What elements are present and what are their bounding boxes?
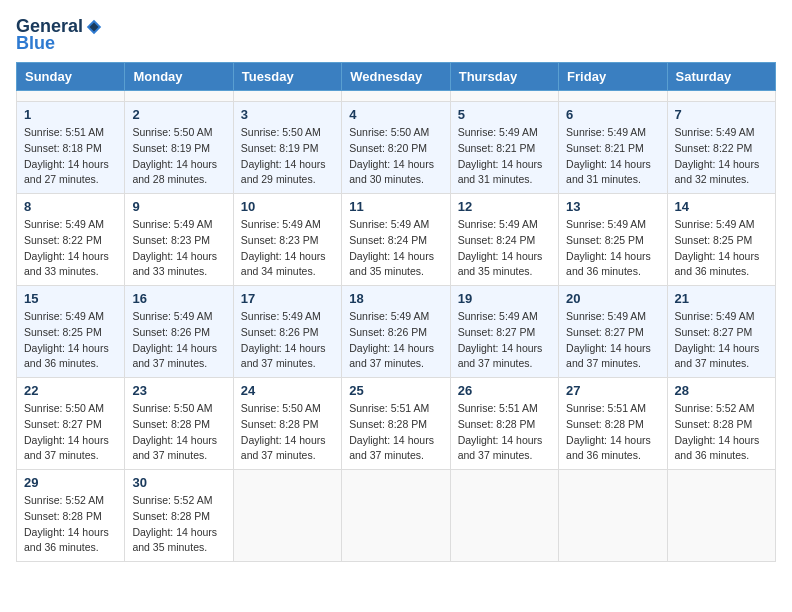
table-cell: 25Sunrise: 5:51 AMSunset: 8:28 PMDayligh… bbox=[342, 378, 450, 470]
calendar-table: Sunday Monday Tuesday Wednesday Thursday… bbox=[16, 62, 776, 562]
day-info: Sunrise: 5:49 AMSunset: 8:24 PMDaylight:… bbox=[458, 217, 551, 280]
day-info: Sunrise: 5:49 AMSunset: 8:25 PMDaylight:… bbox=[675, 217, 768, 280]
table-cell: 3Sunrise: 5:50 AMSunset: 8:19 PMDaylight… bbox=[233, 102, 341, 194]
table-cell: 22Sunrise: 5:50 AMSunset: 8:27 PMDayligh… bbox=[17, 378, 125, 470]
table-cell: 29Sunrise: 5:52 AMSunset: 8:28 PMDayligh… bbox=[17, 470, 125, 562]
table-cell: 17Sunrise: 5:49 AMSunset: 8:26 PMDayligh… bbox=[233, 286, 341, 378]
calendar-week-row: 15Sunrise: 5:49 AMSunset: 8:25 PMDayligh… bbox=[17, 286, 776, 378]
table-cell: 24Sunrise: 5:50 AMSunset: 8:28 PMDayligh… bbox=[233, 378, 341, 470]
day-number: 19 bbox=[458, 291, 551, 306]
day-number: 16 bbox=[132, 291, 225, 306]
day-number: 8 bbox=[24, 199, 117, 214]
day-info: Sunrise: 5:49 AMSunset: 8:25 PMDaylight:… bbox=[24, 309, 117, 372]
col-saturday: Saturday bbox=[667, 63, 775, 91]
day-info: Sunrise: 5:49 AMSunset: 8:23 PMDaylight:… bbox=[241, 217, 334, 280]
day-number: 29 bbox=[24, 475, 117, 490]
day-info: Sunrise: 5:49 AMSunset: 8:25 PMDaylight:… bbox=[566, 217, 659, 280]
calendar-week-row: 22Sunrise: 5:50 AMSunset: 8:27 PMDayligh… bbox=[17, 378, 776, 470]
day-number: 6 bbox=[566, 107, 659, 122]
day-number: 20 bbox=[566, 291, 659, 306]
header: General Blue bbox=[16, 16, 776, 54]
day-info: Sunrise: 5:49 AMSunset: 8:21 PMDaylight:… bbox=[458, 125, 551, 188]
col-monday: Monday bbox=[125, 63, 233, 91]
day-info: Sunrise: 5:52 AMSunset: 8:28 PMDaylight:… bbox=[24, 493, 117, 556]
table-cell bbox=[667, 91, 775, 102]
table-cell: 16Sunrise: 5:49 AMSunset: 8:26 PMDayligh… bbox=[125, 286, 233, 378]
table-cell bbox=[342, 470, 450, 562]
day-info: Sunrise: 5:49 AMSunset: 8:27 PMDaylight:… bbox=[675, 309, 768, 372]
table-cell: 11Sunrise: 5:49 AMSunset: 8:24 PMDayligh… bbox=[342, 194, 450, 286]
day-number: 7 bbox=[675, 107, 768, 122]
table-cell bbox=[667, 470, 775, 562]
col-wednesday: Wednesday bbox=[342, 63, 450, 91]
day-number: 25 bbox=[349, 383, 442, 398]
table-cell: 26Sunrise: 5:51 AMSunset: 8:28 PMDayligh… bbox=[450, 378, 558, 470]
day-number: 22 bbox=[24, 383, 117, 398]
table-cell: 7Sunrise: 5:49 AMSunset: 8:22 PMDaylight… bbox=[667, 102, 775, 194]
table-cell: 10Sunrise: 5:49 AMSunset: 8:23 PMDayligh… bbox=[233, 194, 341, 286]
table-cell bbox=[450, 470, 558, 562]
day-number: 21 bbox=[675, 291, 768, 306]
table-cell: 1Sunrise: 5:51 AMSunset: 8:18 PMDaylight… bbox=[17, 102, 125, 194]
table-cell: 6Sunrise: 5:49 AMSunset: 8:21 PMDaylight… bbox=[559, 102, 667, 194]
day-info: Sunrise: 5:50 AMSunset: 8:28 PMDaylight:… bbox=[241, 401, 334, 464]
day-info: Sunrise: 5:50 AMSunset: 8:19 PMDaylight:… bbox=[241, 125, 334, 188]
day-number: 23 bbox=[132, 383, 225, 398]
day-number: 24 bbox=[241, 383, 334, 398]
table-cell: 5Sunrise: 5:49 AMSunset: 8:21 PMDaylight… bbox=[450, 102, 558, 194]
table-cell: 21Sunrise: 5:49 AMSunset: 8:27 PMDayligh… bbox=[667, 286, 775, 378]
day-number: 26 bbox=[458, 383, 551, 398]
table-cell bbox=[559, 91, 667, 102]
calendar-week-row bbox=[17, 91, 776, 102]
table-cell: 4Sunrise: 5:50 AMSunset: 8:20 PMDaylight… bbox=[342, 102, 450, 194]
day-number: 3 bbox=[241, 107, 334, 122]
day-info: Sunrise: 5:51 AMSunset: 8:28 PMDaylight:… bbox=[566, 401, 659, 464]
day-number: 27 bbox=[566, 383, 659, 398]
day-info: Sunrise: 5:50 AMSunset: 8:27 PMDaylight:… bbox=[24, 401, 117, 464]
day-info: Sunrise: 5:51 AMSunset: 8:18 PMDaylight:… bbox=[24, 125, 117, 188]
day-number: 30 bbox=[132, 475, 225, 490]
day-info: Sunrise: 5:50 AMSunset: 8:20 PMDaylight:… bbox=[349, 125, 442, 188]
day-info: Sunrise: 5:51 AMSunset: 8:28 PMDaylight:… bbox=[458, 401, 551, 464]
logo-blue-text: Blue bbox=[16, 33, 55, 54]
day-number: 5 bbox=[458, 107, 551, 122]
table-cell: 9Sunrise: 5:49 AMSunset: 8:23 PMDaylight… bbox=[125, 194, 233, 286]
day-number: 12 bbox=[458, 199, 551, 214]
day-info: Sunrise: 5:49 AMSunset: 8:26 PMDaylight:… bbox=[241, 309, 334, 372]
day-info: Sunrise: 5:50 AMSunset: 8:28 PMDaylight:… bbox=[132, 401, 225, 464]
calendar-header-row: Sunday Monday Tuesday Wednesday Thursday… bbox=[17, 63, 776, 91]
table-cell: 18Sunrise: 5:49 AMSunset: 8:26 PMDayligh… bbox=[342, 286, 450, 378]
day-info: Sunrise: 5:49 AMSunset: 8:26 PMDaylight:… bbox=[132, 309, 225, 372]
day-info: Sunrise: 5:49 AMSunset: 8:27 PMDaylight:… bbox=[566, 309, 659, 372]
day-number: 14 bbox=[675, 199, 768, 214]
table-cell: 23Sunrise: 5:50 AMSunset: 8:28 PMDayligh… bbox=[125, 378, 233, 470]
day-number: 9 bbox=[132, 199, 225, 214]
day-info: Sunrise: 5:52 AMSunset: 8:28 PMDaylight:… bbox=[675, 401, 768, 464]
day-number: 17 bbox=[241, 291, 334, 306]
table-cell bbox=[233, 91, 341, 102]
day-number: 4 bbox=[349, 107, 442, 122]
table-cell: 28Sunrise: 5:52 AMSunset: 8:28 PMDayligh… bbox=[667, 378, 775, 470]
col-friday: Friday bbox=[559, 63, 667, 91]
table-cell bbox=[450, 91, 558, 102]
day-number: 15 bbox=[24, 291, 117, 306]
table-cell: 30Sunrise: 5:52 AMSunset: 8:28 PMDayligh… bbox=[125, 470, 233, 562]
table-cell: 27Sunrise: 5:51 AMSunset: 8:28 PMDayligh… bbox=[559, 378, 667, 470]
table-cell: 2Sunrise: 5:50 AMSunset: 8:19 PMDaylight… bbox=[125, 102, 233, 194]
table-cell bbox=[559, 470, 667, 562]
day-number: 1 bbox=[24, 107, 117, 122]
day-info: Sunrise: 5:49 AMSunset: 8:26 PMDaylight:… bbox=[349, 309, 442, 372]
day-info: Sunrise: 5:49 AMSunset: 8:23 PMDaylight:… bbox=[132, 217, 225, 280]
day-number: 11 bbox=[349, 199, 442, 214]
table-cell: 20Sunrise: 5:49 AMSunset: 8:27 PMDayligh… bbox=[559, 286, 667, 378]
table-cell: 14Sunrise: 5:49 AMSunset: 8:25 PMDayligh… bbox=[667, 194, 775, 286]
table-cell bbox=[233, 470, 341, 562]
table-cell: 8Sunrise: 5:49 AMSunset: 8:22 PMDaylight… bbox=[17, 194, 125, 286]
logo: General Blue bbox=[16, 16, 103, 54]
logo-icon bbox=[85, 18, 103, 36]
day-info: Sunrise: 5:50 AMSunset: 8:19 PMDaylight:… bbox=[132, 125, 225, 188]
day-number: 18 bbox=[349, 291, 442, 306]
day-number: 28 bbox=[675, 383, 768, 398]
day-number: 10 bbox=[241, 199, 334, 214]
table-cell: 13Sunrise: 5:49 AMSunset: 8:25 PMDayligh… bbox=[559, 194, 667, 286]
